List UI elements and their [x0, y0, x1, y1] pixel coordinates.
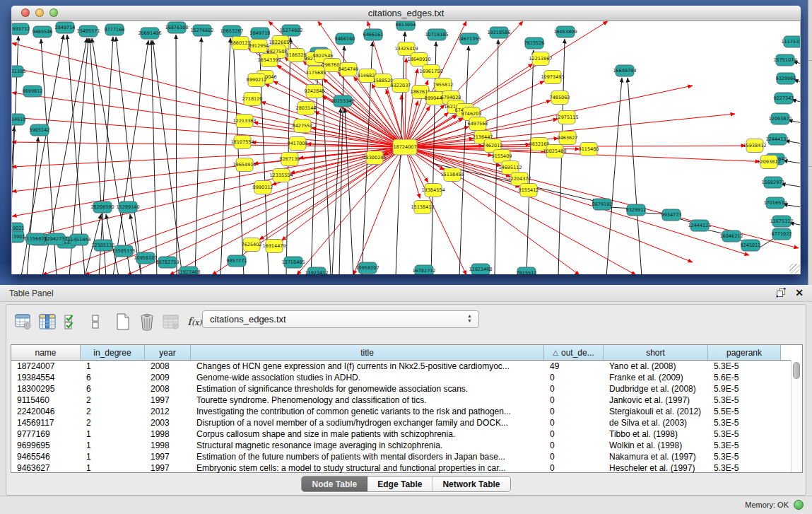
- graph-node[interactable]: 15299140: [116, 201, 139, 213]
- graph-node[interactable]: 2849718: [250, 28, 271, 39]
- graph-node[interactable]: 9115460: [579, 143, 599, 156]
- window-resize-grip[interactable]: [789, 264, 799, 274]
- graph-node[interactable]: 9417008: [288, 137, 308, 151]
- graph-node[interactable]: 8454749: [339, 63, 359, 76]
- table-row[interactable]: 977716911998Corpus callosum shape and si…: [11, 428, 802, 440]
- graph-node[interactable]: 12975115: [555, 111, 578, 124]
- graph-node[interactable]: 16046212: [719, 230, 743, 242]
- new-file-icon[interactable]: [113, 313, 132, 332]
- graph-node[interactable]: 12444131: [765, 134, 789, 145]
- graph-node[interactable]: 9155412: [519, 184, 539, 197]
- memory-status-icon[interactable]: [794, 500, 804, 510]
- graph-node[interactable]: 15938412: [743, 139, 766, 153]
- graph-node[interactable]: 8679192: [592, 199, 613, 210]
- graph-node[interactable]: 13718485: [281, 257, 305, 268]
- graph-node[interactable]: 16053809: [553, 26, 577, 37]
- graph-node[interactable]: 20031105: [12, 66, 26, 77]
- graph-node[interactable]: 17016534: [763, 197, 787, 209]
- graph-node[interactable]: 15138458: [440, 168, 464, 182]
- graph-node[interactable]: 9699612: [23, 86, 43, 97]
- column-header-out_degree[interactable]: △out_de...: [544, 345, 604, 360]
- graph-node[interactable]: 10025488: [543, 145, 566, 158]
- graph-node[interactable]: 9245012: [741, 240, 761, 251]
- graph-node[interactable]: 8860123: [230, 37, 251, 50]
- graph-node[interactable]: 11451944: [67, 234, 90, 245]
- table-settings-icon[interactable]: [13, 313, 33, 332]
- graph-node[interactable]: 11175312: [781, 36, 800, 47]
- graph-node[interactable]: 10973493: [541, 71, 564, 84]
- graph-node[interactable]: 11675312: [770, 216, 793, 227]
- graph-node[interactable]: 2718120: [242, 93, 263, 106]
- graph-node[interactable]: 5905142: [30, 124, 50, 136]
- table-row[interactable]: 911546021997Tourette syndrome. Phenomeno…: [11, 395, 802, 406]
- graph-node[interactable]: 8990212: [247, 74, 267, 87]
- graph-node[interactable]: 12335554: [269, 169, 293, 182]
- table-muted-icon[interactable]: [161, 313, 180, 332]
- graph-node[interactable]: 16876108: [165, 22, 188, 33]
- graph-node[interactable]: 9777169: [105, 24, 125, 35]
- graph-node[interactable]: 18300295: [363, 151, 386, 165]
- tab-edge-table[interactable]: Edge Table: [367, 477, 433, 491]
- column-header-year[interactable]: year: [145, 345, 191, 360]
- graph-node[interactable]: 15138412: [411, 201, 434, 214]
- graph-node[interactable]: 8267130: [280, 153, 300, 166]
- column-header-short[interactable]: short: [604, 345, 708, 360]
- graph-node[interactable]: 11923412: [305, 267, 328, 274]
- graph-node[interactable]: 7955812: [433, 78, 454, 92]
- graph-node[interactable]: 20691406: [138, 28, 161, 39]
- column-header-name[interactable]: name: [11, 345, 81, 360]
- graph-node[interactable]: 8427552: [293, 119, 313, 133]
- graph-node[interactable]: 6497568: [468, 117, 488, 131]
- graph-node[interactable]: 10958207: [355, 262, 379, 274]
- graph-node[interactable]: 11923408: [469, 264, 492, 274]
- insert-column-icon[interactable]: [37, 313, 57, 332]
- graph-node[interactable]: 7615512: [517, 267, 537, 274]
- network-window-titlebar[interactable]: citations_edges.txt: [11, 6, 801, 21]
- graph-node[interactable]: 9857771: [227, 255, 247, 267]
- graph-node[interactable]: 2803144: [296, 102, 317, 115]
- graph-node[interactable]: 15276602: [190, 25, 213, 36]
- graph-node[interactable]: 9322037: [391, 79, 411, 93]
- graph-node[interactable]: 18724007: [393, 139, 417, 155]
- column-header-title[interactable]: title: [191, 345, 544, 360]
- graph-node[interactable]: 8935712: [12, 23, 30, 35]
- graph-node[interactable]: 13405571: [76, 25, 100, 37]
- graph-node[interactable]: 9242848: [305, 85, 325, 98]
- table-row[interactable]: 1830029562008Estimation of significance …: [11, 383, 802, 395]
- table-selector-dropdown[interactable]: citations_edges.txt ▲▼: [202, 310, 479, 328]
- float-panel-icon[interactable]: [775, 287, 787, 298]
- graph-node[interactable]: 2849714: [55, 22, 76, 33]
- graph-node[interactable]: 12093872: [768, 113, 792, 124]
- graph-node[interactable]: 9329912: [626, 204, 647, 216]
- graph-node[interactable]: 9465546: [33, 26, 53, 37]
- delete-icon[interactable]: [137, 313, 156, 332]
- graph-node[interactable]: 10958107: [134, 252, 157, 264]
- graph-node[interactable]: 6771022: [772, 228, 792, 240]
- graph-node[interactable]: 8990312: [253, 181, 273, 194]
- graph-node[interactable]: 26206590: [90, 201, 114, 213]
- graph-node[interactable]: 14671355: [457, 33, 481, 45]
- graph-node[interactable]: 6466161: [363, 29, 384, 40]
- table-row[interactable]: 969969511998Structural magnetic resonanc…: [11, 440, 802, 451]
- graph-node[interactable]: 12444121: [688, 220, 711, 231]
- graph-node[interactable]: 9466160: [335, 33, 355, 45]
- graph-node[interactable]: 9329966: [776, 73, 796, 84]
- graph-node[interactable]: 18640910: [407, 53, 430, 66]
- graph-node[interactable]: 13505135: [112, 245, 135, 257]
- network-canvas-svg[interactable]: 8935712946554628497141340557197771692069…: [12, 21, 800, 274]
- graph-node[interactable]: 10719185: [425, 29, 448, 40]
- table-row[interactable]: 946554611997Estimation of the future num…: [11, 451, 802, 462]
- graph-node[interactable]: 12213967: [529, 52, 552, 66]
- graph-node[interactable]: 16782759: [155, 257, 179, 268]
- fx-icon[interactable]: f(x): [185, 313, 204, 332]
- graph-node[interactable]: 9227343: [774, 93, 794, 104]
- graph-node[interactable]: 15692971: [761, 177, 784, 188]
- graph-node[interactable]: 15274602: [279, 25, 302, 36]
- graph-node[interactable]: 7625402: [242, 238, 262, 252]
- table-row[interactable]: 1456911722003Disruption of a novel membe…: [11, 417, 802, 428]
- graph-node[interactable]: 12213363: [233, 115, 256, 128]
- graph-node[interactable]: 16961758: [419, 65, 442, 78]
- table-row[interactable]: 1872400712008Changes of HCN gene express…: [11, 361, 802, 372]
- table-row[interactable]: 1938455462009Genome-wide association stu…: [11, 372, 802, 383]
- graph-node[interactable]: 12942737: [44, 233, 67, 245]
